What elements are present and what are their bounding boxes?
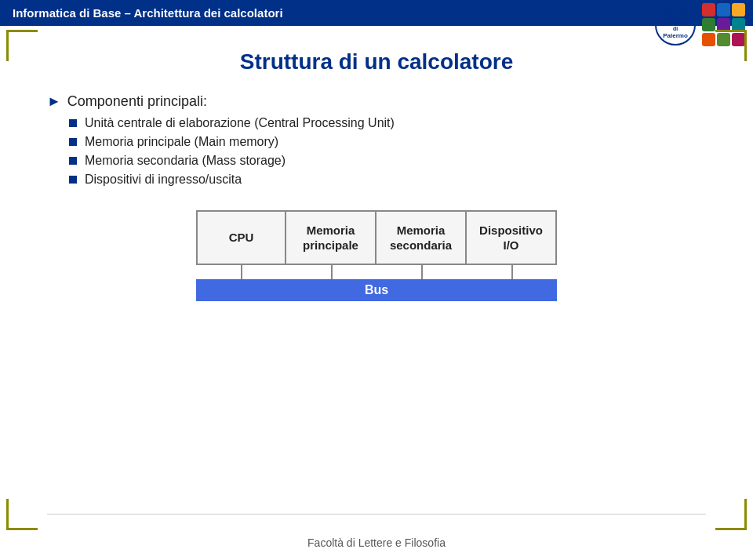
bottom-line <box>47 514 706 515</box>
sub-item-label-1: Unità centrale di elaborazione (Central … <box>85 116 395 130</box>
square-bullet-icon-1 <box>69 119 77 127</box>
sub-items-list: Unità centrale di elaborazione (Central … <box>69 116 706 187</box>
sub-item-1: Unità centrale di elaborazione (Central … <box>69 116 706 130</box>
slide-title: Struttura di un calcolatore <box>47 49 706 75</box>
sub-item-4: Dispositivi di ingresso/uscita <box>69 173 706 187</box>
connector-4 <box>467 265 557 279</box>
dispositivo-io-label: DispositivoI/O <box>479 223 543 253</box>
sub-item-label-4: Dispositivi di ingresso/uscita <box>85 173 242 187</box>
sub-item-label-2: Memoria principale (Main memory) <box>85 135 278 149</box>
main-item-label: Componenti principali: <box>67 93 207 110</box>
connector-2 <box>286 265 376 279</box>
grid-cell <box>732 3 745 16</box>
grid-cell <box>702 18 715 31</box>
connector-1 <box>196 265 286 279</box>
univ-line1: Università <box>660 9 691 17</box>
bus-label: Bus <box>365 283 388 297</box>
architecture-diagram: CPU Memoriaprincipale Memoriasecondaria … <box>47 210 706 301</box>
header-title: Informatica di Base – Architettura dei c… <box>13 6 283 20</box>
corner-decoration-br <box>715 499 747 530</box>
university-logo: Università degli Studi di Palermo <box>655 5 696 45</box>
bus-bar: Bus <box>196 279 557 301</box>
header-bar: Informatica di Base – Architettura dei c… <box>0 0 753 26</box>
connector-row <box>196 265 557 279</box>
corner-decoration-tl <box>6 30 38 61</box>
cpu-label: CPU <box>229 230 254 245</box>
square-bullet-icon-4 <box>69 176 77 184</box>
main-content: Struttura di un calcolatore ► Componenti… <box>0 26 753 309</box>
dispositivo-io-box: DispositivoI/O <box>467 210 557 265</box>
sub-item-label-3: Memoria secondaria (Mass storage) <box>85 154 286 168</box>
sub-item-3: Memoria secondaria (Mass storage) <box>69 154 706 168</box>
cpu-box: CPU <box>196 210 286 265</box>
square-bullet-icon-3 <box>69 157 77 165</box>
square-bullet-icon-2 <box>69 138 77 146</box>
footer-text: Facoltà di Lettere e Filosofia <box>0 536 753 549</box>
footer-label: Facoltà di Lettere e Filosofia <box>307 536 446 549</box>
diagram-boxes-row: CPU Memoriaprincipale Memoriasecondaria … <box>196 210 557 265</box>
main-bullet-item: ► Componenti principali: <box>47 93 706 110</box>
grid-cell <box>702 3 715 16</box>
memoria-secondaria-label: Memoriasecondaria <box>390 223 452 253</box>
sub-item-2: Memoria principale (Main memory) <box>69 135 706 149</box>
memoria-secondaria-box: Memoriasecondaria <box>376 210 467 265</box>
corner-decoration-tr <box>715 30 747 61</box>
corner-decoration-bl <box>6 499 38 530</box>
connector-3 <box>376 265 467 279</box>
arrow-icon: ► <box>47 93 61 110</box>
grid-cell <box>702 33 715 46</box>
memoria-principale-box: Memoriaprincipale <box>286 210 376 265</box>
memoria-principale-label: Memoriaprincipale <box>303 223 358 253</box>
grid-cell <box>717 3 730 16</box>
univ-line3: Palermo <box>663 32 688 40</box>
univ-line2: degli Studi di <box>660 17 691 31</box>
